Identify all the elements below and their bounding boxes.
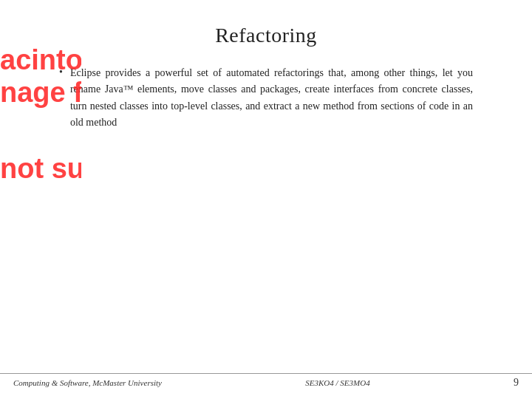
footer-left: Computing & Software, McMaster Universit… [13,378,162,387]
footer-page-number: 9 [514,377,519,389]
watermark: acintosh P nage form not suppo [0,44,81,185]
footer: Computing & Software, McMaster Universit… [0,377,532,389]
footer-divider [0,373,532,374]
watermark-line-1: acintosh P [0,44,81,77]
watermark-line-2: nage form [0,77,81,109]
slide: acintosh P nage form not suppo Refactori… [0,0,532,399]
bullet-item: • Eclipse provides a powerful set of aut… [59,65,473,132]
footer-center: SE3KO4 / SE3MO4 [305,378,369,387]
watermark-line-3: not suppo [0,153,81,185]
bullet-text: Eclipse provides a powerful set of autom… [70,65,473,132]
